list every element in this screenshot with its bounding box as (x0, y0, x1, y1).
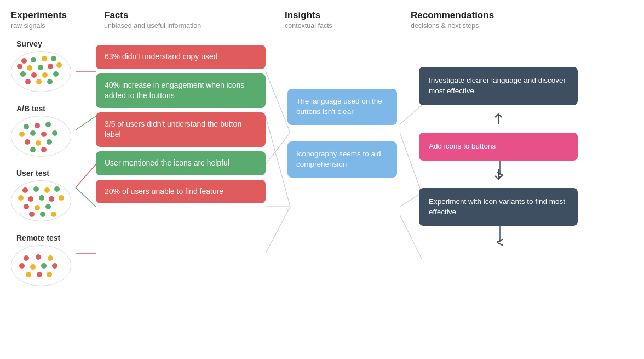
experiment-survey: Survey (11, 39, 88, 96)
abtest-dot-cloud (11, 116, 71, 157)
experiments-column: Survey (11, 39, 88, 290)
insight-1: The language used on the buttons isn't c… (288, 89, 397, 125)
fact-5: 20% of users unable to find feature (96, 180, 266, 204)
fact-4: User mentioned the icons are helpful (96, 151, 266, 175)
facts-column: 63% didn't understand copy used 40% incr… (96, 39, 266, 203)
experiments-subtitle: raw signals (11, 22, 99, 30)
recs-title: Recommendations (411, 10, 575, 21)
facts-header: Facts unbiased and useful information (104, 10, 279, 30)
insights-column: The language used on the buttons isn't c… (288, 39, 397, 178)
facts-title: Facts (104, 10, 279, 21)
fact-2: 40% increase in engagement when icons ad… (96, 73, 266, 108)
survey-label: Survey (11, 39, 88, 48)
experiment-remotetest: Remote test (11, 233, 88, 290)
insights-title: Insights (285, 10, 405, 21)
rec-2: Add icons to buttons (419, 133, 578, 161)
abtest-label: A/B test (11, 104, 88, 113)
recs-header: Recommendations decisions & next steps (411, 10, 575, 30)
experiment-usertest: User test (11, 169, 88, 226)
arrow-down-icon (493, 168, 504, 180)
insight-2: Iconography seems to aid comprehension (288, 141, 397, 178)
rec-1: Investigate clearer language and discove… (419, 67, 578, 105)
survey-dot-cloud (11, 51, 71, 92)
main-content: Survey (11, 39, 633, 290)
diagram: Experiments raw signals Facts unbiased a… (11, 10, 633, 290)
recommendations-column: Investigate clearer language and discove… (419, 39, 578, 226)
fact-1: 63% didn't understand copy used (96, 45, 266, 69)
experiments-header: Experiments raw signals (11, 10, 99, 30)
facts-subtitle: unbiased and useful information (104, 22, 279, 30)
rec-3: Experiment with icon variants to find mo… (419, 188, 578, 226)
usertest-dot-cloud (11, 180, 71, 221)
remotetest-dot-cloud (11, 245, 71, 286)
arrow-up-icon (493, 113, 504, 125)
experiments-title: Experiments (11, 10, 99, 21)
column-headers: Experiments raw signals Facts unbiased a… (11, 10, 633, 30)
experiment-abtest: A/B test (11, 104, 88, 161)
usertest-label: User test (11, 169, 88, 178)
fact-3: 3/5 of users didn't understand the butto… (96, 112, 266, 147)
recs-subtitle: decisions & next steps (411, 22, 575, 30)
insights-subtitle: contextual facts (285, 22, 405, 30)
arrow-down-container (419, 168, 578, 180)
arrow-up-container (419, 113, 578, 125)
insights-header: Insights contextual facts (285, 10, 405, 30)
remotetest-label: Remote test (11, 233, 88, 242)
